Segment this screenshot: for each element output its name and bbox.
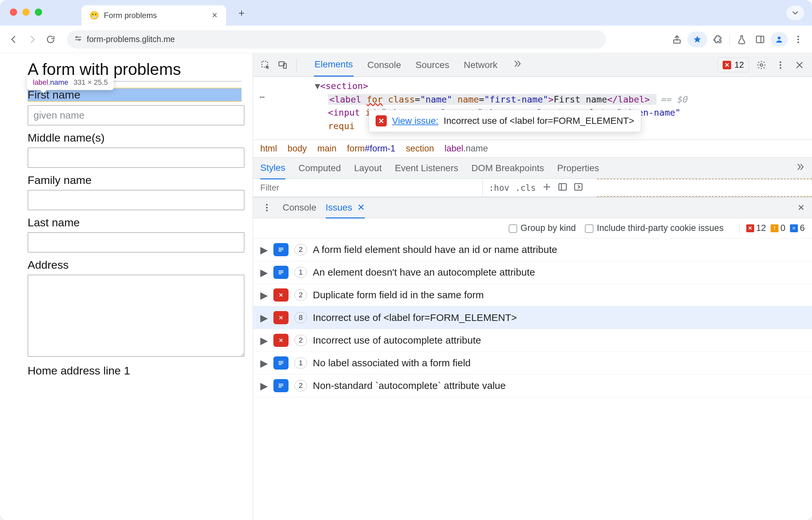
crumb-section[interactable]: section [406, 144, 434, 154]
tab-close-icon[interactable]: ✕ [212, 11, 218, 20]
new-tab-button[interactable]: ＋ [233, 5, 250, 21]
tab-network[interactable]: Network [463, 54, 498, 76]
issue-count: 2 [295, 244, 307, 255]
styles-tab-properties[interactable]: Properties [557, 163, 599, 174]
include-third-party-checkbox[interactable]: Include third-party cookie issues [585, 223, 724, 233]
drawer-tab-console[interactable]: Console [283, 202, 316, 213]
issues-summary-counts: ✕12 !0 ≡6 [739, 223, 805, 233]
last-name-input[interactable] [28, 232, 245, 253]
reload-button[interactable] [43, 31, 58, 47]
tab-console[interactable]: Console [367, 54, 402, 76]
tree-line-label[interactable]: <label for class="name" name="first-name… [328, 93, 812, 106]
issue-row[interactable]: ▶1An element doesn't have an autocomplet… [253, 261, 812, 284]
share-button[interactable] [669, 31, 685, 47]
labs-button[interactable] [734, 31, 750, 47]
issue-count: 2 [295, 335, 307, 346]
issue-row[interactable]: ▶2Incorrect use of autocomplete attribut… [253, 329, 812, 352]
tab-overflow-button[interactable] [786, 6, 804, 20]
issue-row[interactable]: ▶1No label associated with a form field [253, 352, 812, 374]
address-bar[interactable]: form-problems.glitch.me [67, 30, 606, 49]
expand-icon[interactable]: ▶ [260, 312, 268, 323]
styles-tab-overflow[interactable] [795, 162, 805, 174]
devtools-menu-button[interactable] [774, 58, 787, 72]
close-window-button[interactable] [10, 8, 17, 16]
issue-severity-icon [273, 379, 288, 392]
computed-sidebar-toggle[interactable] [558, 182, 567, 194]
crumb-form[interactable]: form#form-1 [347, 144, 395, 154]
drawer-tab-issues[interactable]: Issues ✕ [326, 202, 365, 218]
issue-row[interactable]: ▶2Duplicate form field id in the same fo… [253, 284, 812, 307]
issue-title: A form field element should have an id o… [313, 244, 557, 255]
middle-name-input[interactable] [28, 148, 245, 168]
svg-point-18 [780, 62, 781, 63]
expand-icon[interactable]: ▶ [260, 289, 268, 301]
group-by-kind-checkbox[interactable]: Group by kind [509, 223, 576, 233]
issue-title: An element doesn't have an autocomplete … [313, 267, 535, 278]
crumb-main[interactable]: main [318, 144, 337, 154]
issue-row[interactable]: ▶2Non-standard `autocomplete` attribute … [253, 374, 812, 397]
view-issue-link[interactable]: View issue: [392, 114, 438, 128]
minimize-window-button[interactable] [22, 8, 30, 16]
chrome-menu-button[interactable] [790, 31, 806, 47]
expand-icon[interactable]: ▶ [260, 380, 268, 392]
drawer-menu-button[interactable] [260, 201, 273, 214]
profile-button[interactable] [770, 32, 788, 47]
info-count-summary[interactable]: ≡6 [790, 223, 805, 233]
tab-elements[interactable]: Elements [314, 53, 354, 77]
back-button[interactable] [6, 31, 22, 47]
styles-tab-eventlisteners[interactable]: Event Listeners [395, 163, 458, 174]
devtools: Elements Console Sources Network ✕ 12 [253, 53, 812, 520]
svg-point-19 [780, 64, 781, 66]
fullscreen-window-button[interactable] [35, 8, 42, 16]
toggle-rendering-panel[interactable] [574, 182, 583, 194]
styles-tab-computed[interactable]: Computed [298, 163, 341, 174]
crumb-html[interactable]: html [260, 144, 277, 154]
svg-point-13 [798, 42, 799, 43]
issue-row[interactable]: ▶8Incorrect use of <label for=FORM_ELEME… [253, 307, 812, 329]
browser-window: 😬 Form problems ✕ ＋ form-problems.glitch… [0, 0, 812, 520]
issue-count: 2 [295, 289, 307, 301]
svg-rect-8 [757, 36, 764, 43]
crumb-body[interactable]: body [287, 144, 307, 154]
first-name-input[interactable] [28, 105, 245, 126]
collapsed-parents-icon[interactable]: ⋯ [260, 91, 265, 103]
settings-button[interactable] [755, 58, 768, 72]
styles-tab-layout[interactable]: Layout [354, 163, 382, 174]
drawer-tabbar: Console Issues ✕ ✕ [253, 197, 812, 218]
styles-tab-dombreakpoints[interactable]: DOM Breakpoints [472, 163, 544, 174]
expand-icon[interactable]: ▶ [260, 357, 268, 369]
side-panel-button[interactable] [752, 31, 768, 47]
tree-line-section[interactable]: ▼<section> [315, 79, 812, 93]
device-toolbar-button[interactable] [276, 58, 289, 72]
new-style-rule-button[interactable] [542, 182, 552, 194]
expand-icon[interactable]: ▶ [260, 244, 268, 256]
label-last-name: Last name [28, 216, 242, 229]
address-textarea[interactable] [28, 275, 245, 357]
close-devtools-button[interactable] [793, 58, 806, 72]
hov-toggle[interactable]: :hov [489, 183, 509, 193]
elements-tree[interactable]: ⋯ ▼<section> <label for class="name" nam… [253, 77, 812, 140]
browser-tab[interactable]: 😬 Form problems ✕ [81, 5, 226, 26]
styles-tab-styles[interactable]: Styles [260, 163, 285, 179]
inspect-element-button[interactable] [259, 58, 272, 72]
svg-point-30 [267, 210, 268, 211]
tab-overflow-button[interactable] [511, 53, 523, 77]
expand-icon[interactable]: ▶ [260, 335, 268, 346]
issue-row[interactable]: ▶2A form field element should have an id… [253, 238, 812, 261]
tab-sources[interactable]: Sources [415, 54, 450, 76]
svg-marker-7 [694, 36, 701, 43]
crumb-label[interactable]: label.name [445, 144, 488, 154]
cls-toggle[interactable]: .cls [515, 183, 536, 193]
bookmark-button[interactable] [687, 31, 707, 47]
drawer-close-button[interactable]: ✕ [797, 203, 805, 213]
forward-button[interactable] [24, 31, 40, 47]
extensions-button[interactable] [710, 31, 726, 47]
svg-point-0 [76, 36, 77, 38]
error-count-pill[interactable]: ✕ 12 [718, 57, 749, 72]
expand-icon[interactable]: ▶ [260, 267, 268, 278]
site-settings-icon[interactable] [74, 34, 82, 44]
family-name-input[interactable] [28, 190, 245, 210]
warning-count-summary[interactable]: !0 [770, 223, 785, 233]
styles-filter-input[interactable] [253, 183, 482, 193]
error-count-summary[interactable]: ✕12 [746, 223, 766, 233]
